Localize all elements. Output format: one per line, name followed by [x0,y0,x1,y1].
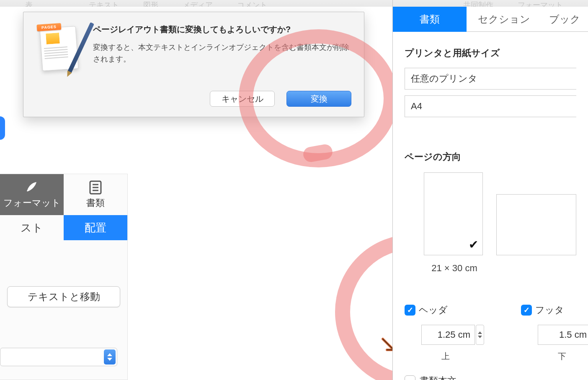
footer-label: フッタ [535,304,564,316]
menu-item[interactable]: コメント [237,0,267,7]
orientation-caption: 21 × 30 cm [424,263,485,274]
format-palette: フォーマット 書類 スト 配置 テキストと移動 [0,174,128,380]
footer-margin-input[interactable]: 1.5 cm [538,325,588,345]
inspector-panel: 書類 セクション ブック プリンタと用紙サイズ 任意のプリンタ A4 ページの方… [393,7,588,380]
move-with-text-button[interactable]: テキストと移動 [7,286,120,307]
document-toolbar-button[interactable]: 書類 [64,174,127,215]
menu-item[interactable]: テキスト [89,0,119,7]
menu-item[interactable]: 表 [25,0,33,7]
convert-dialog: PAGES ページレイアウト書類に変換してもよろしいですか? 変換すると、本文テ… [23,12,364,117]
menu-item[interactable]: 図形 [143,0,158,7]
section-title-orientation: ページの方向 [405,151,576,163]
paper-size-select[interactable]: A4 [405,95,576,117]
header-margin-input[interactable]: 1.25 cm [421,325,475,345]
tab-book[interactable]: ブック [541,7,588,32]
menu-item[interactable]: フォーマット [518,0,563,7]
stepper-icon[interactable] [104,349,116,365]
footer-checkbox[interactable]: ✓ [521,305,532,316]
tab-section[interactable]: セクション [467,7,541,32]
printer-select[interactable]: 任意のプリンタ [405,68,576,90]
dialog-message: 変換すると、本文テキストとインラインオブジェクトを含む書類本文が削除されます。 [93,42,351,65]
check-icon: ✔ [469,238,478,252]
selection-handle[interactable] [0,116,5,140]
format-toolbar-button[interactable]: フォーマット [0,174,64,215]
convert-button[interactable]: 変換 [286,91,351,107]
body-text-label: 書類本文 [420,375,456,380]
menu-item[interactable] [57,0,64,7]
brush-icon [25,180,39,195]
dialog-title: ページレイアウト書類に変換してもよろしいですか? [93,24,351,35]
header-label: ヘッダ [419,304,448,316]
format-label: フォーマット [3,197,61,209]
menu-item[interactable]: 共同制作 [463,0,493,7]
menu-item[interactable]: メディア [183,0,213,7]
body-text-checkbox[interactable]: ✓ [405,375,415,380]
document-label: 書類 [86,197,105,209]
header-checkbox[interactable]: ✓ [405,305,415,316]
tab-text[interactable]: スト [0,215,64,240]
bottom-label: 下 [558,351,566,362]
tab-document[interactable]: 書類 [393,7,467,32]
tab-arrange[interactable]: 配置 [64,215,127,240]
stepper-icon[interactable] [476,325,484,345]
palette-select[interactable] [0,348,117,366]
pages-app-icon: PAGES [37,23,82,68]
top-label: 上 [441,351,450,362]
orientation-landscape[interactable] [496,194,576,255]
cancel-button[interactable]: キャンセル [210,91,275,107]
menubar: 表 テキスト 図形 メディア コメント 共同制作 フォーマット [0,0,588,7]
orientation-portrait[interactable]: ✔ [424,172,483,255]
document-icon [88,180,103,195]
section-title-printer: プリンタと用紙サイズ [405,47,576,59]
